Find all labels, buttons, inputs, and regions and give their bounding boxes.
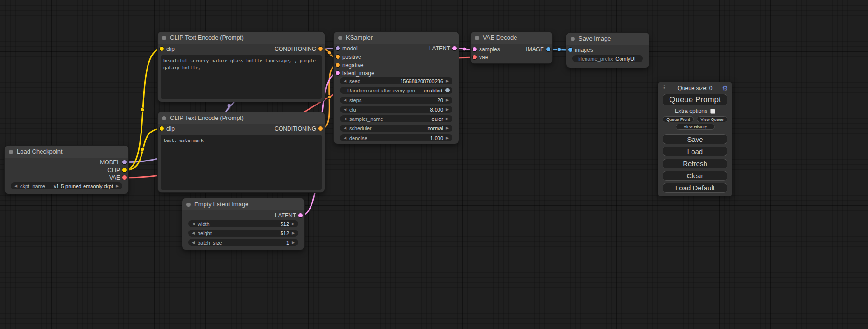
widget-label: ckpt_name <box>20 183 45 189</box>
load-button[interactable]: Load <box>663 147 727 156</box>
samples-input-dot[interactable] <box>473 47 477 51</box>
view-queue-button[interactable]: View Queue <box>697 116 727 122</box>
decrement-arrow-icon[interactable]: ◀ <box>191 239 196 246</box>
node-save-image[interactable]: Save Image images filename_prefix ComfyU… <box>566 33 649 68</box>
latent-output-dot[interactable] <box>452 46 457 50</box>
prompt-text-positive[interactable]: beautiful scenery nature glass bottle la… <box>161 55 322 99</box>
increment-arrow-icon[interactable]: ▶ <box>291 220 296 227</box>
node-collapse-dot[interactable] <box>186 203 191 207</box>
clip-input-dot[interactable] <box>160 47 164 51</box>
node-header[interactable]: Empty Latent Image <box>182 198 304 210</box>
widget-batch-size[interactable]: ◀ batch_size 1 ▶ <box>188 239 298 246</box>
node-header[interactable]: CLIP Text Encode (Prompt) <box>158 32 325 44</box>
refresh-button[interactable]: Refresh <box>663 159 727 168</box>
view-history-button[interactable]: View History <box>676 124 715 130</box>
widget-cfg[interactable]: ◀ cfg 8.000 ▶ <box>340 106 452 113</box>
increment-arrow-icon[interactable]: ▶ <box>115 182 120 189</box>
widget-height[interactable]: ◀ height 512 ▶ <box>188 230 298 237</box>
increment-arrow-icon[interactable]: ▶ <box>445 115 450 122</box>
decrement-arrow-icon[interactable]: ◀ <box>343 77 347 84</box>
images-input-dot[interactable] <box>568 48 572 52</box>
latent-image-input-dot[interactable] <box>336 71 340 75</box>
node-graph-canvas[interactable]: Load Checkpoint MODEL CLIP VAE ◀ ckpt_na… <box>0 0 868 329</box>
save-button[interactable]: Save <box>663 134 727 144</box>
node-header[interactable]: Load Checkpoint <box>5 146 128 158</box>
widget-filename-prefix[interactable]: filename_prefix ComfyUI <box>572 55 643 62</box>
node-header[interactable]: VAE Decode <box>471 32 552 44</box>
image-output-dot[interactable] <box>546 47 550 51</box>
positive-input-dot[interactable] <box>336 55 340 59</box>
settings-gear-icon[interactable]: ⚙ <box>722 84 728 92</box>
queue-front-button[interactable]: Queue Front <box>663 116 694 122</box>
widget-seed[interactable]: ◀ seed 156680208700286 ▶ <box>340 77 452 84</box>
negative-input-dot[interactable] <box>336 63 340 67</box>
node-header[interactable]: Save Image <box>566 33 649 45</box>
decrement-arrow-icon[interactable]: ◀ <box>14 182 18 189</box>
slot-label: samples <box>479 46 500 53</box>
decrement-arrow-icon[interactable]: ◀ <box>343 97 347 104</box>
clip-input-dot[interactable] <box>160 126 164 131</box>
link-midpoint-dot[interactable] <box>227 104 231 107</box>
increment-arrow-icon[interactable]: ▶ <box>445 106 450 113</box>
link-midpoint-dot[interactable] <box>463 47 466 51</box>
slot-label: CONDITIONING <box>275 46 316 52</box>
node-clip-text-encode-positive[interactable]: CLIP Text Encode (Prompt) clip CONDITION… <box>158 32 325 102</box>
queue-menu-panel[interactable]: ⠿ Queue size: 0 ⚙ Queue Prompt Extra opt… <box>658 82 732 196</box>
widget-ckpt-name[interactable]: ◀ ckpt_name v1-5-pruned-emaonly.ckpt ▶ <box>11 182 122 189</box>
vae-input-dot[interactable] <box>473 55 477 59</box>
widget-random-seed-toggle[interactable]: Random seed after every gen enabled <box>340 87 452 94</box>
clip-output-dot[interactable] <box>122 168 127 172</box>
link-midpoint-dot[interactable] <box>327 51 331 55</box>
decrement-arrow-icon[interactable]: ◀ <box>343 106 347 113</box>
model-output-dot[interactable] <box>122 160 127 164</box>
node-title: Empty Latent Image <box>194 198 248 210</box>
node-collapse-dot[interactable] <box>162 116 166 120</box>
node-collapse-dot[interactable] <box>9 150 13 154</box>
node-collapse-dot[interactable] <box>162 36 166 40</box>
increment-arrow-icon[interactable]: ▶ <box>291 239 296 246</box>
queue-prompt-button[interactable]: Queue Prompt <box>663 94 727 105</box>
node-collapse-dot[interactable] <box>338 36 342 40</box>
decrement-arrow-icon[interactable]: ◀ <box>343 134 347 141</box>
vae-output-dot[interactable] <box>122 175 127 180</box>
input-slot-latent-image: latent_image <box>334 70 374 77</box>
link-midpoint-dot[interactable] <box>557 48 561 51</box>
widget-sampler-name[interactable]: ◀ sampler_name euler ▶ <box>340 115 452 122</box>
decrement-arrow-icon[interactable]: ◀ <box>191 230 196 237</box>
node-load-checkpoint[interactable]: Load Checkpoint MODEL CLIP VAE ◀ ckpt_na… <box>5 146 128 194</box>
increment-arrow-icon[interactable]: ▶ <box>445 97 450 104</box>
node-header[interactable]: KSampler <box>334 32 459 44</box>
node-empty-latent-image[interactable]: Empty Latent Image LATENT ◀ width 512 ▶ … <box>182 198 304 250</box>
model-input-dot[interactable] <box>336 46 340 50</box>
load-default-button[interactable]: Load Default <box>663 183 727 193</box>
increment-arrow-icon[interactable]: ▶ <box>445 77 450 84</box>
decrement-arrow-icon[interactable]: ◀ <box>191 220 196 227</box>
widget-scheduler[interactable]: ◀ scheduler normal ▶ <box>340 125 452 132</box>
link-midpoint-dot[interactable] <box>141 147 144 151</box>
node-collapse-dot[interactable] <box>475 36 479 40</box>
conditioning-output-dot[interactable] <box>318 47 323 51</box>
slot-label: CONDITIONING <box>275 126 316 132</box>
link-midpoint-dot[interactable] <box>327 95 331 99</box>
link-midpoint-dot[interactable] <box>141 108 144 112</box>
latent-output-dot[interactable] <box>298 213 303 217</box>
widget-denoise[interactable]: ◀ denoise 1.000 ▶ <box>340 134 452 141</box>
node-header[interactable]: CLIP Text Encode (Prompt) <box>158 112 325 124</box>
node-vae-decode[interactable]: VAE Decode samples IMAGE vae <box>471 32 552 63</box>
node-collapse-dot[interactable] <box>571 37 575 41</box>
node-ksampler[interactable]: KSampler model LATENT positive negative … <box>334 32 459 144</box>
increment-arrow-icon[interactable]: ▶ <box>445 134 450 141</box>
extra-options-checkbox[interactable] <box>710 109 715 114</box>
increment-arrow-icon[interactable]: ▶ <box>445 125 450 132</box>
node-clip-text-encode-negative[interactable]: CLIP Text Encode (Prompt) clip CONDITION… <box>158 112 325 192</box>
decrement-arrow-icon[interactable]: ◀ <box>343 125 347 132</box>
widget-width[interactable]: ◀ width 512 ▶ <box>188 220 298 227</box>
clear-button[interactable]: Clear <box>663 171 727 181</box>
increment-arrow-icon[interactable]: ▶ <box>291 230 296 237</box>
toggle-dot[interactable] <box>445 88 450 92</box>
prompt-text-negative[interactable]: text, watermark <box>161 135 322 190</box>
decrement-arrow-icon[interactable]: ◀ <box>343 115 347 122</box>
widget-value: 156680208700286 <box>400 78 443 84</box>
conditioning-output-dot[interactable] <box>318 126 323 131</box>
widget-steps[interactable]: ◀ steps 20 ▶ <box>340 97 452 104</box>
